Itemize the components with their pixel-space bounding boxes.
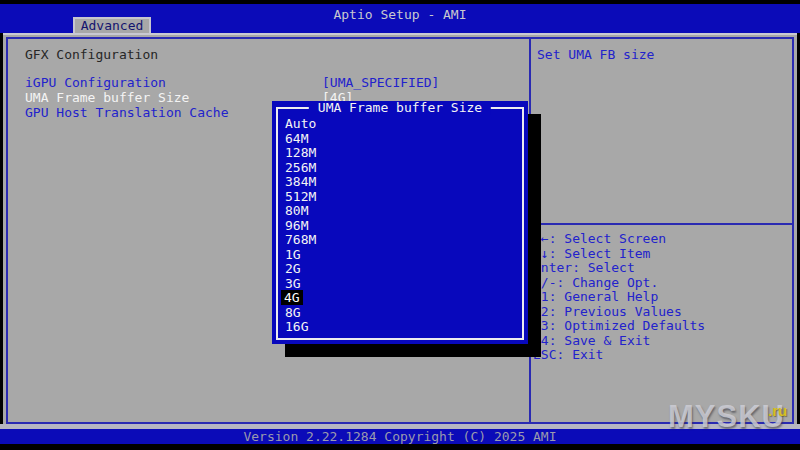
uma-frame-buffer-size-popup: UMA Frame buffer Size Auto 64M 128M 256M… — [272, 101, 528, 344]
section-title: GFX Configuration — [25, 48, 158, 62]
popup-option[interactable]: 4G — [284, 291, 518, 306]
popup-option[interactable]: 768M — [284, 233, 518, 248]
help-key-legend: →←: Select Screen ↑↓: Select Item Enter:… — [533, 232, 793, 363]
popup-option[interactable]: 384M — [284, 175, 518, 190]
setting-label: UMA Frame buffer Size — [25, 91, 189, 105]
popup-option[interactable]: 2G — [284, 262, 518, 277]
popup-option[interactable]: 64M — [284, 132, 518, 147]
tab-advanced-label: Advanced — [81, 18, 144, 33]
bios-screen: Aptio Setup - AMI Advanced GFX Configura… — [0, 0, 800, 450]
screen-bottom-margin — [0, 444, 800, 450]
setting-label: GPU Host Translation Cache — [25, 106, 229, 120]
help-key-line: F3: Optimized Defaults — [533, 319, 793, 334]
help-key-line: F1: General Help — [533, 290, 793, 305]
popup-option[interactable]: 8G — [284, 306, 518, 321]
help-text: Set UMA FB size — [537, 48, 654, 62]
popup-title: UMA Frame buffer Size — [309, 101, 491, 115]
statusbar: Version 2.22.1284 Copyright (C) 2025 AMI — [0, 429, 800, 444]
help-key-line: F4: Save & Exit — [533, 334, 793, 349]
help-key-line: →←: Select Screen — [533, 232, 793, 247]
setting-value: [UMA_SPECIFIED] — [322, 76, 439, 90]
popup-option[interactable]: 3G — [284, 277, 518, 292]
popup-option[interactable]: 16G — [284, 320, 518, 335]
popup-option[interactable]: 256M — [284, 161, 518, 176]
help-key-line: F2: Previous Values — [533, 305, 793, 320]
tab-advanced[interactable]: Advanced — [73, 17, 151, 33]
popup-option-list: Auto 64M 128M 256M 384M 512M 80M 96M 768… — [284, 117, 518, 335]
help-divider — [531, 223, 794, 225]
version-text: Version 2.22.1284 Copyright (C) 2025 AMI — [0, 430, 800, 444]
popup-option[interactable]: 128M — [284, 146, 518, 161]
popup-option[interactable]: 512M — [284, 190, 518, 205]
panel-vertical-divider — [529, 37, 531, 424]
setting-label: iGPU Configuration — [25, 76, 166, 90]
help-key-line: +/-: Change Opt. — [533, 276, 793, 291]
help-key-line: Enter: Select — [533, 261, 793, 276]
popup-option[interactable]: 96M — [284, 219, 518, 234]
help-key-line: ESC: Exit — [533, 348, 793, 363]
popup-option[interactable]: 80M — [284, 204, 518, 219]
popup-option[interactable]: 1G — [284, 248, 518, 263]
popup-option[interactable]: Auto — [284, 117, 518, 132]
help-key-line: ↑↓: Select Item — [533, 247, 793, 262]
